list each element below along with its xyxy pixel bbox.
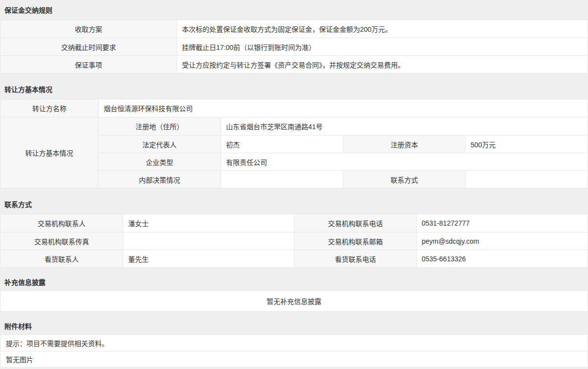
- row-label: 交纳截止时间要求: [0, 38, 177, 55]
- table-row: 转让方名称 烟台恒清源环保科技有限公司: [0, 99, 588, 117]
- row-value: 0531-81272777: [416, 214, 588, 232]
- row-value: 0535-6613326: [416, 250, 588, 267]
- table-row: 暂无补充信息披露: [0, 291, 588, 311]
- group-label: 转让方基本情况: [0, 117, 98, 188]
- row-label: 交易机构联系电话: [294, 214, 416, 232]
- table-row: 交纳截止时间要求 挂牌截止日17:00前（以银行到账时间为准）: [0, 38, 588, 55]
- table-row: 注册地（住所） 山东省烟台市芝罘区南通路41号: [98, 117, 588, 135]
- table-row: 看货联系人 董先生 看货联系电话 0535-6613326: [0, 250, 588, 267]
- contact-section: 联系方式 交易机构联系人 潘女士 交易机构联系电话 0531-81272777 …: [0, 194, 588, 268]
- row-label: 联系方式: [343, 171, 465, 188]
- row-value: 受让方应按约定与转让方签署《资产交易合同》，并按规定交纳交易费用。: [177, 56, 588, 73]
- row-label: 交易机构联系人: [0, 214, 123, 232]
- row-value: peym@sdcqjy.com: [416, 232, 588, 250]
- table-row: 内部决策情况 联系方式: [98, 170, 588, 188]
- row-value: 挂牌截止日17:00前（以银行到账时间为准）: [177, 38, 588, 55]
- row-label: 交易机构联系邮箱: [294, 232, 416, 250]
- deposit-rules-title: 保证金交纳规则: [0, 0, 588, 20]
- table-row: 企业类型 有限责任公司: [98, 153, 588, 170]
- attachments-table: 提示：项目不需要提供相关资料。 暂无图片: [0, 334, 588, 368]
- supplement-title: 补充信息披露: [0, 274, 588, 290]
- group-rows: 注册地（住所） 山东省烟台市芝罘区南通路41号 法定代表人 初杰 注册资本 50…: [98, 117, 588, 188]
- row-value: [123, 232, 294, 250]
- row-value: 董先生: [123, 250, 294, 267]
- row-label: 企业类型: [98, 153, 221, 170]
- row-label: 看货联系人: [0, 250, 123, 267]
- contact-table: 交易机构联系人 潘女士 交易机构联系电话 0531-81272777 交易机构联…: [0, 214, 588, 268]
- attachments-hint: 提示：项目不需要提供相关资料。: [0, 335, 588, 351]
- table-row: 法定代表人 初杰 注册资本 500万元: [98, 135, 588, 153]
- table-row: 交易机构联系传真 交易机构联系邮箱 peym@sdcqjy.com: [0, 232, 588, 250]
- deposit-rules-table: 收取方案 本次标的处置保证金收取方式为固定保证金，保证金金额为200万元。 交纳…: [0, 20, 588, 73]
- row-value: 初杰: [221, 136, 343, 153]
- row-value: 有限责任公司: [221, 153, 588, 170]
- table-row: 收取方案 本次标的处置保证金收取方式为固定保证金，保证金金额为200万元。: [0, 20, 588, 38]
- row-value: [465, 171, 588, 188]
- row-label: 保证事项: [0, 56, 177, 73]
- row-value: 本次标的处置保证金收取方式为固定保证金，保证金金额为200万元。: [177, 20, 588, 38]
- row-label: 转让方名称: [0, 99, 98, 117]
- row-label: 法定代表人: [98, 136, 221, 153]
- deposit-rules-section: 保证金交纳规则 收取方案 本次标的处置保证金收取方式为固定保证金，保证金金额为2…: [0, 0, 588, 73]
- table-row: 交易机构联系人 潘女士 交易机构联系电话 0531-81272777: [0, 214, 588, 232]
- transferor-title: 转让方基本情况: [0, 79, 588, 99]
- attachments-empty-text: 暂无图片: [0, 351, 588, 367]
- row-value: 潘女士: [123, 214, 294, 232]
- row-value: [221, 171, 343, 188]
- supplement-table: 暂无补充信息披露: [0, 290, 588, 312]
- row-label: 注册地（住所）: [98, 117, 221, 135]
- row-label: 收取方案: [0, 20, 177, 38]
- transferor-table: 转让方名称 烟台恒清源环保科技有限公司 转让方基本情况 注册地（住所） 山东省烟…: [0, 99, 588, 188]
- row-value: 烟台恒清源环保科技有限公司: [98, 99, 588, 117]
- transferor-detail-group: 转让方基本情况 注册地（住所） 山东省烟台市芝罘区南通路41号 法定代表人 初杰…: [0, 117, 588, 188]
- supplement-empty-text: 暂无补充信息披露: [0, 291, 588, 311]
- attachments-section: 附件材料 提示：项目不需要提供相关资料。 暂无图片: [0, 318, 588, 368]
- row-value: 500万元: [465, 136, 588, 153]
- contact-title: 联系方式: [0, 194, 588, 214]
- row-label: 看货联系电话: [294, 250, 416, 267]
- transferor-section: 转让方基本情况 转让方名称 烟台恒清源环保科技有限公司 转让方基本情况 注册地（…: [0, 79, 588, 188]
- row-value: 山东省烟台市芝罘区南通路41号: [221, 117, 588, 135]
- row-label: 注册资本: [343, 136, 465, 153]
- row-label: 内部决策情况: [98, 171, 221, 188]
- table-row: 保证事项 受让方应按约定与转让方签署《资产交易合同》，并按规定交纳交易费用。: [0, 55, 588, 73]
- supplement-section: 补充信息披露 暂无补充信息披露: [0, 274, 588, 312]
- attachments-title: 附件材料: [0, 318, 588, 334]
- row-label: 交易机构联系传真: [0, 232, 123, 250]
